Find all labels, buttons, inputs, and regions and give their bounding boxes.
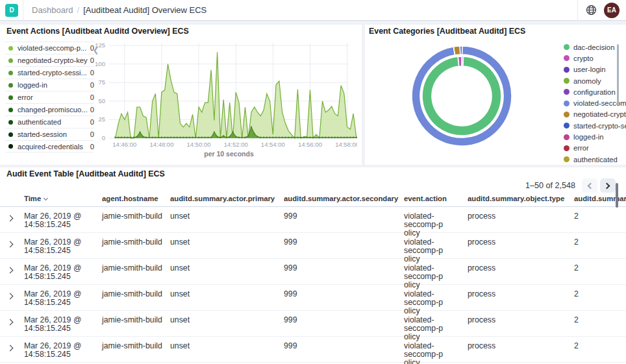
column-header-time[interactable]: Time [24, 195, 101, 202]
table-row[interactable]: Mar 26, 2019 @ 14:58:15.245jamie-smith-b… [0, 207, 626, 233]
table-row[interactable]: Mar 26, 2019 @ 14:58:15.245jamie-smith-b… [0, 285, 626, 311]
legend-item[interactable]: changed-promiscuo...0 [5, 103, 94, 115]
legend-item[interactable]: error [564, 143, 614, 154]
column-header-primary[interactable]: auditd.summary.actor.primary [170, 195, 281, 202]
expand-row-icon[interactable] [6, 215, 14, 223]
legend-item[interactable]: negotiated-crypto-key0 [5, 54, 94, 66]
cell-secondary: 999 [284, 238, 401, 247]
legend-color-dot [564, 101, 570, 106]
cell-summary: 2 [574, 264, 626, 273]
cell-time: Mar 26, 2019 @ 14:58:15.245 [24, 238, 101, 255]
cell-primary: unset [170, 264, 281, 273]
kibana-dashboard: D Dashboard / [Auditbeat Auditd] Overvie… [0, 0, 626, 364]
legend-item[interactable]: logged-in [564, 131, 614, 142]
cell-secondary: 999 [284, 316, 401, 324]
table-row[interactable]: Mar 26, 2019 @ 14:58:15.245jamie-smith-b… [0, 337, 626, 363]
expand-row-icon[interactable] [6, 241, 14, 249]
cell-hostname: jamie-smith-build [102, 316, 167, 324]
legend-label: user-login [573, 66, 606, 73]
divider [577, 0, 578, 21]
expand-row-icon[interactable] [6, 345, 14, 352]
column-header-summary[interactable]: auditd.summary [574, 195, 626, 202]
legend-value: 0 [90, 130, 94, 138]
breadcrumb[interactable]: Dashboard [32, 5, 73, 15]
legend-color-dot [564, 89, 570, 95]
legend-color-dot [8, 95, 13, 100]
legend-label: acquired-credentials [18, 143, 88, 151]
legend-color-dot [8, 144, 13, 149]
legend-label: dac-decision [573, 43, 614, 51]
legend-item[interactable]: authenticated [564, 154, 614, 165]
table-row[interactable]: Mar 26, 2019 @ 14:58:15.245jamie-smith-b… [0, 311, 626, 337]
legend-item[interactable]: started-session0 [5, 128, 94, 140]
legend-label: error [573, 144, 589, 152]
globe-icon[interactable] [584, 4, 597, 17]
cell-hostname: jamie-smith-build [102, 290, 167, 298]
table-scrollbar[interactable] [616, 183, 618, 208]
pagination-label: 1–50 of 2,548 [525, 181, 575, 190]
legend-value: 0 [90, 81, 94, 89]
legend-label: authenticated [573, 156, 618, 164]
column-header-secondary[interactable]: auditd.summary.actor.secondary [284, 195, 401, 202]
legend-item[interactable]: started-crypto-se... [564, 120, 614, 131]
legend-color-dot [8, 108, 13, 112]
divider [23, 0, 23, 21]
expand-row-icon[interactable] [6, 267, 14, 274]
svg-text:50: 50 [98, 97, 105, 104]
table-row[interactable]: Mar 26, 2019 @ 14:58:15.245jamie-smith-b… [0, 233, 626, 259]
cell-object_type: process [468, 342, 571, 350]
cell-secondary: 999 [284, 290, 401, 298]
legend-label: started-crypto-se... [573, 122, 626, 130]
legend-item[interactable]: configuration [564, 86, 614, 97]
x-axis-title: per 10 seconds [204, 150, 254, 158]
svg-text:75: 75 [98, 79, 105, 86]
panel-title: Audit Event Table [Auditbeat Auditd] ECS [6, 169, 165, 178]
legend-item[interactable]: violated-seccomp-p...0 [5, 42, 94, 54]
cell-primary: unset [170, 316, 281, 324]
donut-slice-dac-decision[interactable] [422, 56, 501, 136]
legend-item[interactable]: crypto [564, 53, 614, 64]
avatar[interactable]: EA [604, 3, 620, 18]
next-page-button[interactable] [600, 178, 616, 193]
event-categories-legend: dac-decisioncryptouser-loginanomolyconfi… [564, 42, 614, 165]
legend-color-dot [8, 58, 13, 63]
column-header-action[interactable]: event.action [404, 195, 466, 202]
svg-text:0: 0 [102, 134, 105, 141]
page-title: [Auditbeat Auditd] Overview ECS [83, 5, 207, 15]
cell-object_type: process [468, 264, 571, 273]
previous-page-button[interactable] [582, 178, 597, 193]
dashboard-app-icon[interactable]: D [5, 4, 18, 17]
column-header-object_type[interactable]: auditd.summary.object.type [468, 195, 571, 202]
table-body: Mar 26, 2019 @ 14:58:15.245jamie-smith-b… [0, 207, 626, 363]
legend-item[interactable]: user-login [564, 64, 614, 75]
cell-summary: 2 [574, 212, 626, 221]
cell-time: Mar 26, 2019 @ 14:58:15.245 [24, 342, 101, 359]
legend-item[interactable]: authenticated0 [5, 115, 94, 128]
legend-label: changed-promiscuo... [18, 106, 88, 114]
legend-item[interactable]: started-crypto-sessi...0 [5, 66, 94, 79]
svg-text:14:50:00: 14:50:00 [187, 141, 211, 148]
legend-item[interactable]: negotiated-crypto... [564, 109, 614, 120]
legend-label: error [18, 93, 88, 101]
legend-label: negotiated-crypto... [573, 110, 626, 118]
table-row[interactable]: Mar 26, 2019 @ 14:58:15.245jamie-smith-b… [0, 259, 626, 285]
legend-color-dot [564, 112, 570, 117]
legend-item[interactable]: logged-in0 [5, 79, 94, 91]
legend-item[interactable]: dac-decision [564, 42, 614, 53]
legend-label: violated-seccomp-p... [18, 44, 88, 52]
legend-scrollbar[interactable] [617, 44, 619, 105]
legend-color-dot [8, 132, 13, 137]
legend-item[interactable]: anomoly [564, 75, 614, 86]
column-header-hostname[interactable]: agent.hostname [102, 195, 167, 202]
expand-row-icon[interactable] [6, 293, 14, 300]
expand-row-icon[interactable] [6, 319, 14, 326]
legend-item[interactable]: error0 [5, 91, 94, 103]
legend-label: started-session [18, 130, 88, 138]
legend-color-dot [564, 67, 570, 73]
legend-item[interactable]: acquired-credentials0 [5, 140, 94, 152]
svg-text:14:46:00: 14:46:00 [112, 141, 136, 148]
event-actions-legend: violated-seccomp-p...0negotiated-crypto-… [5, 42, 94, 152]
legend-value: 0 [90, 118, 94, 126]
event-actions-panel: Event Actions [Auditbeat Auditd Overview… [0, 25, 362, 165]
legend-item[interactable]: violated-seccomp... [564, 97, 614, 108]
